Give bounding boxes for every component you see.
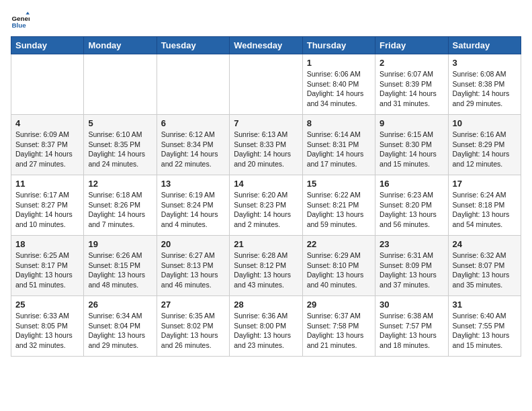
day-info: Sunrise: 6:26 AM Sunset: 8:15 PM Dayligh… [88,250,152,290]
day-number: 23 [380,239,443,249]
day-number: 29 [307,300,371,310]
calendar-day-4: 4Sunrise: 6:09 AM Sunset: 8:37 PM Daylig… [11,115,84,175]
weekday-header-monday: Monday [84,37,157,54]
calendar-empty-cell [157,54,229,115]
calendar-day-22: 22Sunrise: 6:29 AM Sunset: 8:10 PM Dayli… [302,236,375,296]
day-number: 12 [88,179,152,189]
day-info: Sunrise: 6:14 AM Sunset: 8:31 PM Dayligh… [307,130,371,169]
day-info: Sunrise: 6:24 AM Sunset: 8:18 PM Dayligh… [453,190,517,230]
weekday-header-thursday: Thursday [302,37,375,54]
day-number: 11 [15,179,79,189]
calendar-day-28: 28Sunrise: 6:36 AM Sunset: 8:00 PM Dayli… [230,296,302,357]
calendar-day-23: 23Sunrise: 6:31 AM Sunset: 8:09 PM Dayli… [375,236,448,296]
day-info: Sunrise: 6:08 AM Sunset: 8:38 PM Dayligh… [453,69,517,109]
day-info: Sunrise: 6:15 AM Sunset: 8:30 PM Dayligh… [380,130,443,169]
calendar-day-25: 25Sunrise: 6:33 AM Sunset: 8:05 PM Dayli… [11,296,84,357]
day-number: 15 [307,179,371,189]
day-info: Sunrise: 6:31 AM Sunset: 8:09 PM Dayligh… [380,250,443,290]
calendar-day-6: 6Sunrise: 6:12 AM Sunset: 8:34 PM Daylig… [157,115,229,175]
calendar-header-row: SundayMondayTuesdayWednesdayThursdayFrid… [11,37,521,54]
day-info: Sunrise: 6:35 AM Sunset: 8:02 PM Dayligh… [161,311,225,351]
weekday-header-wednesday: Wednesday [230,37,302,54]
day-number: 8 [307,118,371,128]
calendar-empty-cell [84,54,157,115]
calendar-day-19: 19Sunrise: 6:26 AM Sunset: 8:15 PM Dayli… [84,236,157,296]
day-info: Sunrise: 6:40 AM Sunset: 7:55 PM Dayligh… [453,311,517,351]
day-info: Sunrise: 6:17 AM Sunset: 8:27 PM Dayligh… [15,190,79,230]
calendar-table: SundayMondayTuesdayWednesdayThursdayFrid… [11,36,521,357]
day-number: 17 [453,179,517,189]
day-info: Sunrise: 6:25 AM Sunset: 8:17 PM Dayligh… [15,250,79,290]
day-info: Sunrise: 6:36 AM Sunset: 8:00 PM Dayligh… [234,311,298,351]
day-info: Sunrise: 6:12 AM Sunset: 8:34 PM Dayligh… [161,130,225,169]
weekday-header-tuesday: Tuesday [157,37,229,54]
day-number: 2 [380,58,443,68]
svg-text:Blue: Blue [11,21,26,29]
day-info: Sunrise: 6:38 AM Sunset: 7:57 PM Dayligh… [380,311,443,351]
day-info: Sunrise: 6:19 AM Sunset: 8:24 PM Dayligh… [161,190,225,230]
day-info: Sunrise: 6:06 AM Sunset: 8:40 PM Dayligh… [307,69,371,109]
calendar-day-10: 10Sunrise: 6:16 AM Sunset: 8:29 PM Dayli… [448,115,521,175]
day-info: Sunrise: 6:09 AM Sunset: 8:37 PM Dayligh… [15,130,79,169]
calendar-day-5: 5Sunrise: 6:10 AM Sunset: 8:35 PM Daylig… [84,115,157,175]
calendar-day-21: 21Sunrise: 6:28 AM Sunset: 8:12 PM Dayli… [230,236,302,296]
calendar-week-row: 25Sunrise: 6:33 AM Sunset: 8:05 PM Dayli… [11,296,521,357]
day-number: 31 [453,300,517,310]
calendar-day-16: 16Sunrise: 6:23 AM Sunset: 8:20 PM Dayli… [375,175,448,236]
logo: General Blue [11,11,30,30]
day-number: 27 [161,300,225,310]
day-info: Sunrise: 6:29 AM Sunset: 8:10 PM Dayligh… [307,250,371,290]
day-info: Sunrise: 6:13 AM Sunset: 8:33 PM Dayligh… [234,130,298,169]
page-header: General Blue [11,11,521,30]
day-info: Sunrise: 6:32 AM Sunset: 8:07 PM Dayligh… [453,250,517,290]
calendar-day-7: 7Sunrise: 6:13 AM Sunset: 8:33 PM Daylig… [230,115,302,175]
calendar-day-1: 1Sunrise: 6:06 AM Sunset: 8:40 PM Daylig… [302,54,375,115]
day-info: Sunrise: 6:37 AM Sunset: 7:58 PM Dayligh… [307,311,371,351]
svg-marker-2 [26,11,30,14]
day-info: Sunrise: 6:18 AM Sunset: 8:26 PM Dayligh… [88,190,152,230]
calendar-day-3: 3Sunrise: 6:08 AM Sunset: 8:38 PM Daylig… [448,54,521,115]
day-number: 7 [234,118,298,128]
calendar-day-12: 12Sunrise: 6:18 AM Sunset: 8:26 PM Dayli… [84,175,157,236]
calendar-day-13: 13Sunrise: 6:19 AM Sunset: 8:24 PM Dayli… [157,175,229,236]
day-number: 28 [234,300,298,310]
weekday-header-friday: Friday [375,37,448,54]
day-info: Sunrise: 6:10 AM Sunset: 8:35 PM Dayligh… [88,130,152,169]
day-info: Sunrise: 6:23 AM Sunset: 8:20 PM Dayligh… [380,190,443,230]
day-number: 24 [453,239,517,249]
calendar-day-29: 29Sunrise: 6:37 AM Sunset: 7:58 PM Dayli… [302,296,375,357]
calendar-day-15: 15Sunrise: 6:22 AM Sunset: 8:21 PM Dayli… [302,175,375,236]
calendar-day-26: 26Sunrise: 6:34 AM Sunset: 8:04 PM Dayli… [84,296,157,357]
day-number: 20 [161,239,225,249]
day-number: 13 [161,179,225,189]
day-info: Sunrise: 6:34 AM Sunset: 8:04 PM Dayligh… [88,311,152,351]
calendar-day-31: 31Sunrise: 6:40 AM Sunset: 7:55 PM Dayli… [448,296,521,357]
day-number: 10 [453,118,517,128]
day-number: 14 [234,179,298,189]
day-info: Sunrise: 6:27 AM Sunset: 8:13 PM Dayligh… [161,250,225,290]
day-info: Sunrise: 6:33 AM Sunset: 8:05 PM Dayligh… [15,311,79,351]
weekday-header-saturday: Saturday [448,37,521,54]
day-number: 30 [380,300,443,310]
calendar-day-9: 9Sunrise: 6:15 AM Sunset: 8:30 PM Daylig… [375,115,448,175]
calendar-week-row: 1Sunrise: 6:06 AM Sunset: 8:40 PM Daylig… [11,54,521,115]
weekday-header-sunday: Sunday [11,37,84,54]
day-info: Sunrise: 6:28 AM Sunset: 8:12 PM Dayligh… [234,250,298,290]
calendar-empty-cell [230,54,302,115]
day-number: 4 [15,118,79,128]
day-number: 5 [88,118,152,128]
logo-icon: General Blue [11,11,30,30]
day-number: 3 [453,58,517,68]
calendar-day-30: 30Sunrise: 6:38 AM Sunset: 7:57 PM Dayli… [375,296,448,357]
calendar-day-18: 18Sunrise: 6:25 AM Sunset: 8:17 PM Dayli… [11,236,84,296]
calendar-week-row: 18Sunrise: 6:25 AM Sunset: 8:17 PM Dayli… [11,236,521,296]
calendar-day-24: 24Sunrise: 6:32 AM Sunset: 8:07 PM Dayli… [448,236,521,296]
day-number: 9 [380,118,443,128]
calendar-day-2: 2Sunrise: 6:07 AM Sunset: 8:39 PM Daylig… [375,54,448,115]
day-number: 6 [161,118,225,128]
day-number: 1 [307,58,371,68]
day-number: 25 [15,300,79,310]
calendar-day-27: 27Sunrise: 6:35 AM Sunset: 8:02 PM Dayli… [157,296,229,357]
day-info: Sunrise: 6:07 AM Sunset: 8:39 PM Dayligh… [380,69,443,109]
calendar-day-14: 14Sunrise: 6:20 AM Sunset: 8:23 PM Dayli… [230,175,302,236]
